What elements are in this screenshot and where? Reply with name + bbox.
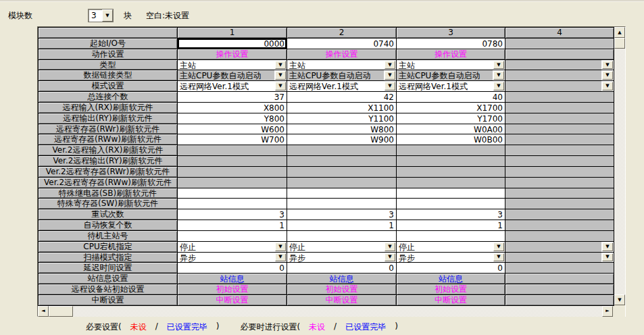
- dropdown[interactable]: 主站▼: [397, 60, 505, 71]
- dropdown-value[interactable]: 主站: [397, 60, 493, 70]
- dropdown-value[interactable]: 主站CPU参数自动启动: [178, 70, 274, 80]
- value-cell[interactable]: [287, 188, 397, 199]
- dropdown-arrow-icon[interactable]: ▼: [385, 82, 395, 91]
- value-cell[interactable]: 1: [178, 220, 287, 231]
- dropdown[interactable]: 停止▼: [287, 242, 397, 253]
- dropdown[interactable]: 主站▼: [287, 60, 397, 71]
- value-cell[interactable]: [287, 199, 397, 209]
- value-cell[interactable]: 0: [178, 263, 287, 274]
- horizontal-scrollbar[interactable]: ◄ ►: [38, 306, 625, 317]
- value-cell[interactable]: Y1100: [287, 113, 397, 124]
- vertical-scrollbar-track[interactable]: [614, 49, 625, 294]
- settings-link-button[interactable]: 中断设置: [178, 295, 287, 306]
- dropdown[interactable]: ▼: [505, 60, 614, 71]
- dropdown[interactable]: ▼: [505, 242, 614, 253]
- dropdown-arrow-icon[interactable]: ▼: [602, 71, 613, 80]
- dropdown[interactable]: 主站CPU参数自动启动▼: [397, 70, 505, 81]
- value-cell[interactable]: W0A00: [397, 124, 505, 135]
- dropdown-arrow-icon[interactable]: ▼: [602, 242, 613, 251]
- dropdown-arrow-icon[interactable]: ▼: [602, 61, 613, 70]
- dropdown-value[interactable]: 异步: [178, 253, 274, 263]
- dropdown[interactable]: 主站CPU参数自动启动▼: [287, 70, 397, 81]
- value-cell[interactable]: W900: [287, 134, 397, 145]
- dropdown[interactable]: ▼: [505, 81, 614, 92]
- dropdown[interactable]: 主站CPU参数自动启动▼: [178, 70, 287, 81]
- dropdown[interactable]: ▼: [505, 253, 614, 263]
- settings-link-button[interactable]: 站信息: [287, 274, 397, 284]
- dropdown[interactable]: 停止▼: [397, 242, 505, 253]
- settings-link-button[interactable]: 初始设置: [287, 284, 397, 295]
- value-cell[interactable]: Y1700: [397, 113, 505, 124]
- dropdown-value[interactable]: [505, 253, 601, 263]
- dropdown-arrow-icon[interactable]: ▼: [493, 82, 504, 91]
- value-cell[interactable]: 3: [178, 209, 287, 220]
- value-cell[interactable]: 1: [397, 220, 505, 231]
- dropdown-arrow-icon[interactable]: ▼: [385, 61, 395, 70]
- dropdown[interactable]: 主站▼: [178, 60, 287, 71]
- dropdown-value[interactable]: 主站CPU参数自动启动: [397, 70, 493, 80]
- dropdown-value[interactable]: 主站CPU参数自动启动: [287, 70, 384, 80]
- value-cell[interactable]: 0000: [178, 38, 287, 49]
- dropdown-value[interactable]: 异步: [397, 253, 493, 263]
- dropdown-value[interactable]: 远程网络Ver.1模式: [287, 81, 384, 91]
- value-cell[interactable]: W700: [178, 134, 287, 145]
- settings-link-button[interactable]: 中断设置: [397, 295, 505, 306]
- value-cell[interactable]: 0: [287, 263, 397, 274]
- dropdown-value[interactable]: [505, 60, 601, 70]
- dropdown-value[interactable]: 远程网络Ver.1模式: [178, 81, 274, 91]
- vertical-scrollbar[interactable]: ▲ ▼: [614, 27, 625, 305]
- value-cell[interactable]: 3: [397, 209, 505, 220]
- value-cell[interactable]: 42: [287, 92, 397, 103]
- dropdown-arrow-icon[interactable]: ▼: [275, 253, 286, 262]
- dropdown-value[interactable]: 停止: [287, 242, 384, 252]
- value-cell[interactable]: 0: [397, 263, 505, 274]
- dropdown-arrow-icon[interactable]: ▼: [602, 253, 613, 262]
- settings-link-button[interactable]: 初始设置: [178, 284, 287, 295]
- scroll-up-icon[interactable]: ▲: [614, 27, 625, 38]
- chevron-down-icon[interactable]: ▼: [102, 9, 113, 22]
- dropdown-value[interactable]: [505, 70, 601, 80]
- value-cell[interactable]: W800: [287, 124, 397, 135]
- dropdown[interactable]: 异步▼: [397, 253, 505, 263]
- value-cell[interactable]: 0780: [397, 38, 505, 49]
- dropdown[interactable]: 异步▼: [287, 253, 397, 263]
- settings-link-button[interactable]: 操作设置: [287, 49, 397, 60]
- value-cell[interactable]: X800: [178, 103, 287, 113]
- dropdown-arrow-icon[interactable]: ▼: [493, 71, 504, 80]
- value-cell[interactable]: [397, 199, 505, 209]
- dropdown-value[interactable]: 异步: [287, 253, 384, 263]
- value-cell[interactable]: 40: [397, 92, 505, 103]
- dropdown[interactable]: 远程网络Ver.1模式▼: [178, 81, 287, 92]
- value-cell[interactable]: 3: [287, 209, 397, 220]
- scroll-left-icon[interactable]: ◄: [38, 306, 49, 317]
- dropdown-arrow-icon[interactable]: ▼: [493, 242, 504, 251]
- dropdown-arrow-icon[interactable]: ▼: [602, 82, 613, 91]
- value-cell[interactable]: 37: [178, 92, 287, 103]
- module-count-select[interactable]: 3 ▼: [88, 9, 114, 22]
- dropdown-value[interactable]: 主站: [287, 60, 384, 70]
- value-cell[interactable]: X1100: [287, 103, 397, 113]
- horizontal-scrollbar-thumb[interactable]: [49, 306, 73, 317]
- dropdown-value[interactable]: 停止: [397, 242, 493, 252]
- value-cell[interactable]: 1: [287, 220, 397, 231]
- scroll-right-icon[interactable]: ►: [602, 306, 613, 317]
- dropdown-arrow-icon[interactable]: ▼: [275, 61, 286, 70]
- settings-link-button[interactable]: 站信息: [397, 274, 505, 284]
- value-cell[interactable]: 0740: [287, 38, 397, 49]
- scroll-down-icon[interactable]: ▼: [614, 294, 625, 305]
- value-cell[interactable]: [397, 231, 505, 242]
- value-cell[interactable]: [397, 188, 505, 199]
- vertical-scrollbar-thumb[interactable]: [614, 38, 625, 49]
- dropdown-arrow-icon[interactable]: ▼: [275, 71, 286, 80]
- dropdown-arrow-icon[interactable]: ▼: [385, 71, 395, 80]
- value-cell[interactable]: [178, 199, 287, 209]
- settings-link-button[interactable]: 中断设置: [287, 295, 397, 306]
- settings-link-button[interactable]: 操作设置: [397, 49, 505, 60]
- settings-link-button[interactable]: 站信息: [178, 274, 287, 284]
- dropdown-arrow-icon[interactable]: ▼: [493, 253, 504, 262]
- dropdown-arrow-icon[interactable]: ▼: [275, 82, 286, 91]
- dropdown[interactable]: ▼: [505, 70, 614, 81]
- horizontal-scrollbar-track[interactable]: [73, 306, 602, 317]
- value-cell[interactable]: W0B00: [397, 134, 505, 145]
- dropdown-value[interactable]: 远程网络Ver.1模式: [397, 81, 493, 91]
